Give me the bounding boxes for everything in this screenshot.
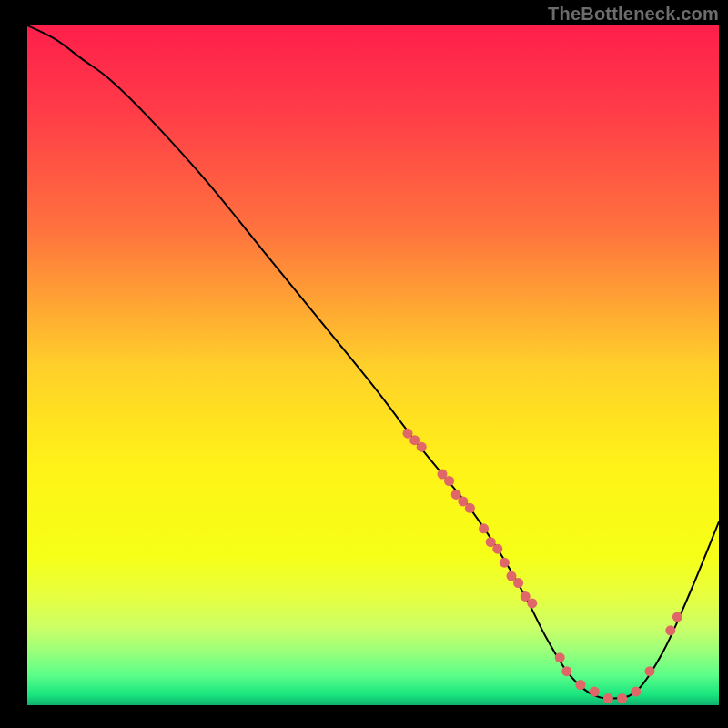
bottleneck-chart — [0, 0, 728, 728]
highlight-point — [561, 666, 571, 676]
highlight-point — [672, 612, 682, 622]
highlight-point — [513, 578, 523, 588]
highlight-point — [555, 652, 565, 662]
highlight-point — [444, 476, 454, 486]
highlight-point — [465, 503, 475, 513]
highlight-point — [417, 442, 427, 452]
highlight-point — [590, 687, 600, 697]
highlight-point — [500, 558, 510, 568]
watermark-text: TheBottleneck.com — [548, 4, 719, 25]
highlight-point — [492, 544, 502, 554]
highlight-point — [576, 680, 586, 690]
highlight-point — [665, 625, 675, 635]
highlight-point — [479, 523, 489, 533]
highlight-point — [603, 693, 613, 703]
chart-stage: TheBottleneck.com — [0, 0, 728, 728]
highlight-point — [527, 598, 537, 608]
highlight-point — [617, 693, 627, 703]
highlight-point — [645, 666, 655, 676]
plot-background — [27, 25, 719, 705]
highlight-point — [631, 687, 641, 697]
